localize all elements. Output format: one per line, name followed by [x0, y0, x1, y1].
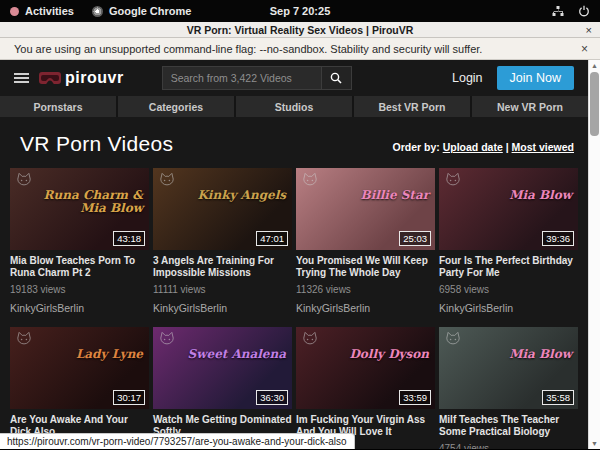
- studio-watermark-cat-icon: [301, 331, 319, 347]
- video-title[interactable]: 3 Angels Are Training For Impossible Mis…: [153, 255, 292, 279]
- order-link-most-viewed[interactable]: Most viewed: [512, 141, 574, 153]
- network-icon[interactable]: [552, 5, 564, 17]
- activities-button[interactable]: Activities: [10, 5, 74, 17]
- video-card[interactable]: Sweet Analena 36:30 Watch Me Getting Dom…: [153, 327, 292, 449]
- video-thumbnail[interactable]: Mia Blow 35:58: [439, 327, 578, 409]
- nav-item-best-vr-porn[interactable]: Best VR Porn: [354, 96, 470, 117]
- order-separator: |: [506, 141, 509, 153]
- video-card[interactable]: Dolly Dyson 33:59 Im Fucking Your Virgin…: [296, 327, 435, 449]
- browser-window-titlebar[interactable]: VR Porn: Virtual Reality Sex Videos | Pi…: [0, 22, 600, 38]
- warning-close-icon[interactable]: ×: [581, 42, 588, 56]
- join-now-button[interactable]: Join Now: [497, 66, 574, 90]
- duration-badge: 33:59: [399, 390, 431, 405]
- video-thumbnail[interactable]: Kinky Angels 47:01: [153, 168, 292, 250]
- chrome-icon: [92, 6, 103, 17]
- video-card[interactable]: Runa Charm & Mia Blow 43:18 Mia Blow Tea…: [10, 168, 149, 314]
- video-title[interactable]: You Promised We Will Keep Trying The Who…: [296, 255, 435, 279]
- order-link-upload-date[interactable]: Upload date: [443, 141, 503, 153]
- video-thumbnail[interactable]: Sweet Analena 36:30: [153, 327, 292, 409]
- video-studio-link[interactable]: KinkyGirlsBerlin: [10, 302, 149, 314]
- order-by: Order by: Upload date | Most viewed: [392, 141, 574, 153]
- nav-item-categories[interactable]: Categories: [118, 96, 234, 117]
- chrome-taskbar-item[interactable]: Google Chrome: [92, 5, 192, 17]
- scrollbar-thumb[interactable]: [590, 72, 599, 136]
- hamburger-menu-icon[interactable]: [14, 73, 29, 83]
- status-bar-url: https://pirouvr.com/vr-porn-video/779325…: [0, 433, 355, 449]
- video-title[interactable]: Milf Teaches The Teacher Some Practical …: [439, 414, 578, 438]
- system-top-bar: Activities Google Chrome Sep 7 20:25: [0, 0, 600, 22]
- studio-watermark-cat-icon: [15, 172, 33, 188]
- page-title: VR Porn Videos: [20, 132, 173, 156]
- activities-indicator-icon: [10, 7, 19, 16]
- duration-badge: 39:36: [542, 231, 574, 246]
- scrollbar-down-icon[interactable]: ▼: [589, 438, 600, 449]
- main-nav: Pornstars Categories Studios Best VR Por…: [0, 96, 588, 117]
- order-by-label: Order by:: [392, 141, 439, 153]
- studio-watermark-cat-icon: [158, 172, 176, 188]
- power-icon[interactable]: [578, 5, 590, 17]
- video-title[interactable]: Mia Blow Teaches Porn To Runa Charm Pt 2: [10, 255, 149, 279]
- thumbnail-overlay-name: Mia Blow: [509, 348, 572, 361]
- window-close-icon[interactable]: ×: [586, 22, 592, 38]
- warning-message: You are using an unsupported command-lin…: [14, 43, 482, 55]
- thumbnail-overlay-name: Sweet Analena: [188, 348, 287, 361]
- video-views: 11326 views: [296, 284, 435, 295]
- system-clock[interactable]: Sep 7 20:25: [0, 5, 600, 17]
- video-thumbnail[interactable]: Lady Lyne 30:17: [10, 327, 149, 409]
- video-card[interactable]: Mia Blow 39:36 Four Is The Perfect Birth…: [439, 168, 578, 314]
- studio-watermark-cat-icon: [301, 172, 319, 188]
- video-views: 11111 views: [153, 284, 292, 295]
- video-views: 19183 views: [10, 284, 149, 295]
- studio-watermark-cat-icon: [158, 331, 176, 347]
- video-views: 4754 views: [439, 443, 578, 449]
- video-thumbnail[interactable]: Billie Star 25:03: [296, 168, 435, 250]
- page-head: VR Porn Videos Order by: Upload date | M…: [0, 117, 588, 166]
- video-studio-link[interactable]: KinkyGirlsBerlin: [296, 302, 435, 314]
- duration-badge: 35:58: [542, 390, 574, 405]
- video-card[interactable]: Kinky Angels 47:01 3 Angels Are Training…: [153, 168, 292, 314]
- logo-text: pirouvr: [65, 69, 124, 87]
- studio-watermark-cat-icon: [444, 331, 462, 347]
- duration-badge: 47:01: [256, 231, 288, 246]
- page-scrollbar[interactable]: ▲ ▼: [588, 60, 600, 449]
- chrome-taskbar-label: Google Chrome: [109, 5, 192, 17]
- thumbnail-overlay-name: Kinky Angels: [197, 189, 286, 202]
- video-thumbnail[interactable]: Runa Charm & Mia Blow 43:18: [10, 168, 149, 250]
- video-card[interactable]: Lady Lyne 30:17 Are You Awake And Your D…: [10, 327, 149, 449]
- magnifier-icon: [330, 72, 342, 84]
- nav-item-pornstars[interactable]: Pornstars: [0, 96, 116, 117]
- search-button[interactable]: [322, 66, 352, 90]
- window-title: VR Porn: Virtual Reality Sex Videos | Pi…: [187, 24, 414, 36]
- thumbnail-overlay-name: Billie Star: [361, 189, 430, 202]
- video-card[interactable]: Billie Star 25:03 You Promised We Will K…: [296, 168, 435, 314]
- video-studio-link[interactable]: KinkyGirlsBerlin: [439, 302, 578, 314]
- video-title[interactable]: Four Is The Perfect Birthday Party For M…: [439, 255, 578, 279]
- search-group: [162, 66, 352, 90]
- studio-watermark-cat-icon: [444, 172, 462, 188]
- duration-badge: 25:03: [399, 231, 431, 246]
- thumbnail-overlay-name: Mia Blow: [509, 189, 572, 202]
- sandbox-warning-bar: You are using an unsupported command-lin…: [0, 38, 600, 60]
- duration-badge: 30:17: [113, 390, 145, 405]
- site-logo[interactable]: pirouvr: [39, 69, 124, 87]
- page-content: pirouvr Login Join Now Pornstars Categor…: [0, 60, 588, 449]
- login-link[interactable]: Login: [452, 71, 483, 85]
- duration-badge: 43:18: [113, 231, 145, 246]
- video-thumbnail[interactable]: Mia Blow 39:36: [439, 168, 578, 250]
- vr-headset-icon: [39, 72, 61, 85]
- thumbnail-overlay-name: Lady Lyne: [76, 348, 143, 361]
- video-card[interactable]: Mia Blow 35:58 Milf Teaches The Teacher …: [439, 327, 578, 449]
- scrollbar-up-icon[interactable]: ▲: [589, 60, 600, 71]
- thumbnail-overlay-name: Dolly Dyson: [349, 348, 429, 361]
- desktop-screen: Activities Google Chrome Sep 7 20:25 VR …: [0, 0, 600, 450]
- video-thumbnail[interactable]: Dolly Dyson 33:59: [296, 327, 435, 409]
- video-grid: Runa Charm & Mia Blow 43:18 Mia Blow Tea…: [0, 166, 588, 449]
- video-studio-link[interactable]: KinkyGirlsBerlin: [153, 302, 292, 314]
- search-input[interactable]: [162, 66, 322, 90]
- browser-viewport: pirouvr Login Join Now Pornstars Categor…: [0, 60, 600, 449]
- nav-item-studios[interactable]: Studios: [236, 96, 352, 117]
- nav-item-new-vr-porn[interactable]: New VR Porn: [472, 96, 588, 117]
- duration-badge: 36:30: [256, 390, 288, 405]
- activities-label: Activities: [25, 5, 74, 17]
- thumbnail-overlay-name: Runa Charm & Mia Blow: [32, 189, 143, 215]
